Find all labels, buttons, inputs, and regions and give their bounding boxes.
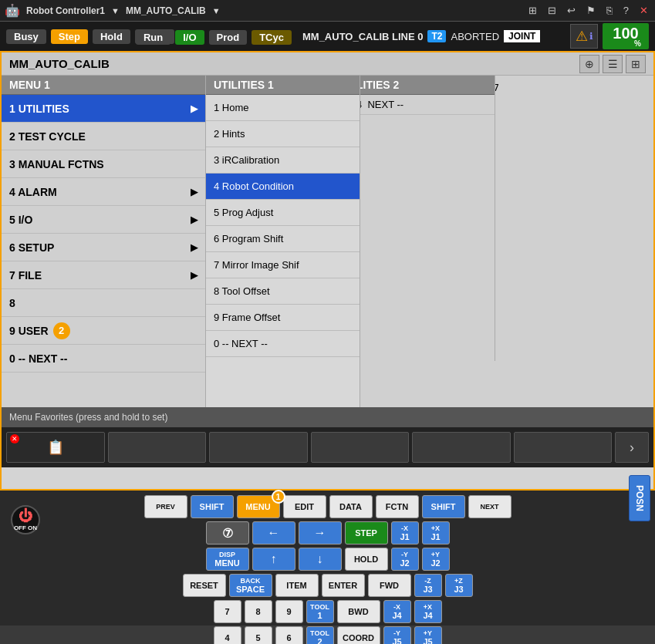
menu-item-next[interactable]: 0 -- NEXT -- — [2, 345, 205, 373]
menu-item-user[interactable]: 9 USER 2 — [2, 317, 205, 345]
util-program-shift[interactable]: 6 Program Shift — [206, 226, 360, 252]
menu-item-alarm[interactable]: 4 ALARM ▶ — [2, 178, 205, 206]
fwd-key[interactable]: FWD — [368, 574, 411, 597]
util-robot-condition[interactable]: 4 Robot Condition — [206, 174, 360, 200]
tool2-key[interactable]: TOOL2 — [306, 626, 334, 644]
num-4-key[interactable]: 4 — [214, 626, 241, 644]
util-ircalibration[interactable]: 3 iRCalibration — [206, 147, 360, 174]
neg-y-j2-key[interactable]: -YJ2 — [391, 548, 419, 571]
fkey-6[interactable] — [514, 432, 613, 463]
fkey-2[interactable] — [108, 432, 207, 463]
util-frame-offset[interactable]: 9 Frame Offset — [206, 305, 360, 331]
disp-menu-key[interactable]: DISPMENU — [206, 548, 249, 571]
copy-icon[interactable]: ⎘ — [604, 5, 615, 16]
coord-key[interactable]: COORD — [337, 626, 380, 644]
warning-button[interactable]: ⚠ ℹ — [570, 24, 598, 49]
menu-key[interactable]: MENU 1 — [237, 495, 280, 518]
run-pill: Run — [136, 30, 171, 45]
fkey-3[interactable] — [209, 432, 308, 463]
flag-icon[interactable]: ⚑ — [584, 5, 598, 16]
neg-x-j1-key[interactable]: -XJ1 — [391, 521, 419, 545]
off-on-button[interactable]: ⏻ OFF ON — [11, 505, 40, 534]
window-controls: ⊕ ☰ ⊞ — [579, 55, 646, 73]
util-mirror-image[interactable]: 7 Mirror Image Shif — [206, 252, 360, 278]
neg-x-j4-key[interactable]: -XJ4 — [383, 600, 411, 623]
user-badge: 2 — [53, 322, 70, 339]
shift-left-key[interactable]: SHIFT — [191, 495, 234, 518]
pos-y-j5-key[interactable]: +YJ5 — [414, 626, 442, 644]
hold-key[interactable]: HOLD — [345, 548, 388, 571]
arrow-left-key[interactable]: ← — [252, 521, 295, 545]
edit-key[interactable]: EDIT — [283, 495, 326, 518]
t2-badge: T2 — [427, 30, 446, 42]
num-8-key[interactable]: 8 — [245, 600, 272, 623]
zoom-button[interactable]: ⊕ — [579, 55, 599, 73]
enter-key[interactable]: ENTER — [322, 574, 365, 597]
data-key[interactable]: DATA — [329, 495, 373, 518]
menu-item-testcycle[interactable]: 2 TEST CYCLE — [2, 123, 205, 150]
tool1-key[interactable]: TOOL1 — [306, 600, 334, 623]
utilities2-header: LITIES 2 — [349, 76, 495, 95]
item-key[interactable]: ITEM — [275, 574, 319, 597]
pos-z-j3-key[interactable]: +ZJ3 — [445, 574, 473, 597]
arrow-icon: ▶ — [191, 270, 198, 281]
pos-x-j4-key[interactable]: +XJ4 — [414, 600, 442, 623]
next-key[interactable]: NEXT — [468, 495, 512, 518]
arrow-down-key[interactable]: ↓ — [299, 548, 342, 571]
keyboard-row-2: ⑦ ← → STEP -XJ1 +XJ1 — [46, 521, 609, 545]
grid-icon[interactable]: ⊞ — [526, 5, 539, 16]
utilities1-header: UTILITIES 1 — [206, 76, 360, 95]
pos-y-j2-key[interactable]: +YJ2 — [422, 548, 450, 571]
arrow-up-key[interactable]: ↑ — [252, 548, 295, 571]
io-pill: I/O — [175, 30, 204, 45]
fkey-bar: ✕ 📋 › — [2, 427, 653, 467]
num-6-key[interactable]: 6 — [275, 626, 303, 644]
fctn-key[interactable]: FCTN — [376, 495, 419, 518]
title-dropdown-arrow[interactable]: ▼ — [111, 6, 120, 15]
util-home[interactable]: 1 Home — [206, 95, 360, 121]
fkey-next-button[interactable]: › — [615, 432, 649, 463]
fanuc-key[interactable]: ⑦ — [206, 521, 249, 545]
menu-button[interactable]: ☰ — [603, 55, 623, 73]
posn-button[interactable]: POSN — [629, 475, 650, 521]
shift-right-key[interactable]: SHIFT — [422, 495, 465, 518]
help-icon[interactable]: ? — [621, 5, 631, 16]
num-5-key[interactable]: 5 — [245, 626, 272, 644]
num-9-key[interactable]: 9 — [275, 600, 303, 623]
split-button[interactable]: ⊞ — [626, 55, 646, 73]
utilities2-item[interactable]: 4 NEXT -- — [349, 95, 495, 115]
utilities1-panel: UTILITIES 1 1 Home 2 Hints 3 iRCalibrati… — [206, 76, 360, 407]
window-title-bar: MM_AUTO_CALIB ⊕ ☰ ⊞ — [2, 52, 653, 76]
fkey-clipboard-icon: 📋 — [47, 439, 64, 456]
arrow-right-key[interactable]: → — [299, 521, 342, 545]
bwd-key[interactable]: BWD — [337, 600, 380, 623]
menu-item-file[interactable]: 7 FILE ▶ — [2, 261, 205, 289]
program-dropdown-arrow[interactable]: ▼ — [212, 6, 221, 15]
menu-item-setup[interactable]: 6 SETUP ▶ — [2, 234, 205, 261]
hold-pill: Hold — [93, 29, 130, 44]
grid2-icon[interactable]: ⊟ — [545, 5, 559, 16]
menu-item-manualfctns[interactable]: 3 MANUAL FCTNS — [2, 150, 205, 178]
num-7-key[interactable]: 7 — [214, 600, 241, 623]
fkey-5[interactable] — [412, 432, 511, 463]
arrow-icon: ▶ — [191, 214, 198, 225]
util-hints[interactable]: 2 Hints — [206, 121, 360, 147]
menu-item-io[interactable]: 5 I/O ▶ — [2, 206, 205, 234]
util-prog-adjust[interactable]: 5 Prog Adjust — [206, 200, 360, 226]
menu-item-utilities[interactable]: 1 UTILITIES ▶ — [2, 95, 205, 123]
menu-badge: 1 — [272, 490, 285, 504]
content-area: 1/7 .0.0.1', gle entry shift oup Exchg 0… — [2, 76, 653, 407]
reset-key[interactable]: RESET — [183, 574, 226, 597]
util-tool-offset[interactable]: 8 Tool Offset — [206, 278, 360, 305]
step-key[interactable]: STEP — [345, 521, 388, 545]
neg-z-j3-key[interactable]: -ZJ3 — [414, 574, 442, 597]
neg-y-j5-key[interactable]: -YJ5 — [383, 626, 411, 644]
fkey-1[interactable]: ✕ 📋 — [6, 432, 105, 463]
backspace-key[interactable]: BACKSPACE — [229, 574, 272, 597]
prev-key[interactable]: PREV — [144, 495, 187, 518]
pos-x-j1-key[interactable]: +XJ1 — [422, 521, 450, 545]
close-icon[interactable]: ✕ — [637, 5, 650, 16]
restore-icon[interactable]: ↩ — [565, 5, 578, 16]
fkey-4[interactable] — [311, 432, 410, 463]
util-next[interactable]: 0 -- NEXT -- — [206, 331, 360, 357]
